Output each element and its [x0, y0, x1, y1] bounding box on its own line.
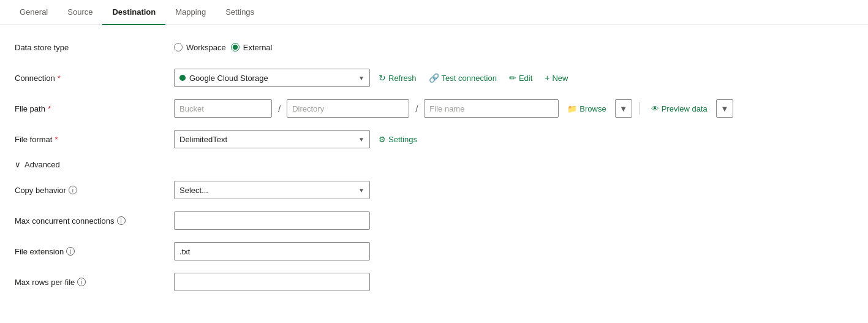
file-format-dropdown[interactable]: DelimitedText ▼ [174, 130, 370, 148]
test-connection-icon: 🔗 [429, 73, 439, 83]
max-concurrent-connections-controls [174, 211, 370, 230]
radio-workspace-input[interactable] [174, 43, 183, 51]
max-rows-per-file-info-icon[interactable]: i [77, 278, 86, 286]
radio-workspace-label: Workspace [186, 43, 226, 52]
new-button[interactable]: + New [541, 70, 572, 85]
copy-behavior-dropdown[interactable]: Select... ▼ [174, 181, 370, 199]
file-format-label: File format * [15, 135, 174, 144]
preview-icon: 👁 [651, 104, 659, 113]
radio-external[interactable]: External [231, 43, 273, 52]
tab-bar: General Source Destination Mapping Setti… [0, 0, 868, 25]
file-format-chevron-icon: ▼ [358, 136, 364, 143]
tab-settings[interactable]: Settings [216, 0, 264, 25]
max-rows-per-file-row: Max rows per file i [15, 272, 853, 292]
test-connection-button[interactable]: 🔗 Test connection [425, 70, 500, 85]
filename-input[interactable] [424, 99, 559, 118]
bucket-input[interactable] [174, 99, 272, 118]
tab-mapping[interactable]: Mapping [165, 0, 216, 25]
copy-behavior-row: Copy behavior i Select... ▼ [15, 180, 853, 200]
advanced-chevron-icon: ∨ [15, 160, 21, 169]
file-path-chevron-button[interactable]: ▼ [615, 99, 632, 118]
connection-controls: Google Cloud Storage ▼ ↻ Refresh 🔗 Test … [174, 69, 572, 87]
edit-icon: ✏ [509, 73, 516, 83]
copy-behavior-chevron-icon: ▼ [358, 187, 364, 194]
connection-dropdown[interactable]: Google Cloud Storage ▼ [174, 69, 370, 87]
connection-label: Connection * [15, 74, 174, 83]
max-concurrent-connections-row: Max concurrent connections i [15, 211, 853, 230]
radio-external-label: External [243, 43, 273, 52]
directory-input[interactable] [287, 99, 409, 118]
file-extension-controls [174, 242, 370, 260]
tab-source[interactable]: Source [58, 0, 102, 25]
max-rows-per-file-label: Max rows per file i [15, 278, 174, 287]
max-concurrent-connections-info-icon[interactable]: i [117, 216, 126, 225]
max-rows-per-file-input[interactable] [174, 273, 370, 291]
copy-behavior-controls: Select... ▼ [174, 181, 370, 199]
connection-chevron-icon: ▼ [358, 75, 364, 82]
connection-row: Connection * Google Cloud Storage ▼ ↻ Re… [15, 68, 853, 88]
max-rows-per-file-controls [174, 273, 370, 291]
file-path-row: File path * / / 📁 Browse ▼ 👁 Preview dat… [15, 99, 853, 118]
copy-behavior-select[interactable]: Select... [179, 186, 355, 195]
max-concurrent-connections-input[interactable] [174, 211, 370, 230]
tab-general[interactable]: General [10, 0, 58, 25]
settings-gear-icon: ⚙ [379, 135, 386, 144]
file-format-controls: DelimitedText ▼ ⚙ Settings [174, 130, 421, 148]
refresh-button[interactable]: ↻ Refresh [375, 70, 420, 85]
path-sep-2: / [415, 104, 418, 114]
file-format-required-marker: * [55, 135, 58, 144]
radio-workspace[interactable]: Workspace [174, 43, 226, 52]
data-store-type-controls: Workspace External [174, 43, 273, 52]
copy-behavior-info-icon[interactable]: i [69, 186, 77, 194]
edit-button[interactable]: ✏ Edit [505, 70, 536, 85]
max-concurrent-connections-label: Max concurrent connections i [15, 216, 174, 226]
path-sep-1: / [278, 104, 281, 114]
file-extension-label: File extension i [15, 247, 174, 256]
data-store-type-row: Data store type Workspace External [15, 37, 853, 57]
format-settings-button[interactable]: ⚙ Settings [375, 132, 421, 146]
copy-behavior-label: Copy behavior i [15, 186, 174, 195]
new-plus-icon: + [545, 73, 549, 83]
connection-required-marker: * [58, 74, 61, 83]
advanced-toggle[interactable]: ∨ Advanced [15, 160, 853, 169]
radio-external-input[interactable] [231, 43, 240, 51]
file-path-required-marker: * [48, 104, 51, 113]
refresh-icon: ↻ [379, 73, 386, 83]
file-path-label: File path * [15, 104, 174, 113]
file-extension-info-icon[interactable]: i [66, 247, 75, 256]
browse-button[interactable]: 📁 Browse [564, 102, 609, 116]
file-path-chevron-icon: ▼ [619, 104, 627, 113]
preview-chevron-button[interactable]: ▼ [716, 99, 733, 118]
preview-data-button[interactable]: 👁 Preview data [647, 102, 711, 116]
file-extension-input[interactable] [174, 242, 370, 260]
preview-chevron-icon: ▼ [720, 104, 728, 113]
file-path-controls: / / 📁 Browse ▼ 👁 Preview data ▼ [174, 99, 733, 118]
connection-select[interactable]: Google Cloud Storage [189, 74, 355, 83]
connection-status-dot [179, 75, 186, 81]
file-format-select[interactable]: DelimitedText [179, 135, 355, 144]
divider-1 [640, 102, 640, 115]
tab-destination[interactable]: Destination [102, 0, 165, 25]
file-extension-row: File extension i [15, 241, 853, 261]
browse-folder-icon: 📁 [567, 104, 577, 113]
file-format-row: File format * DelimitedText ▼ ⚙ Settings [15, 129, 853, 149]
data-store-type-label: Data store type [15, 43, 174, 52]
main-content: Data store type Workspace External Conne… [0, 25, 868, 315]
